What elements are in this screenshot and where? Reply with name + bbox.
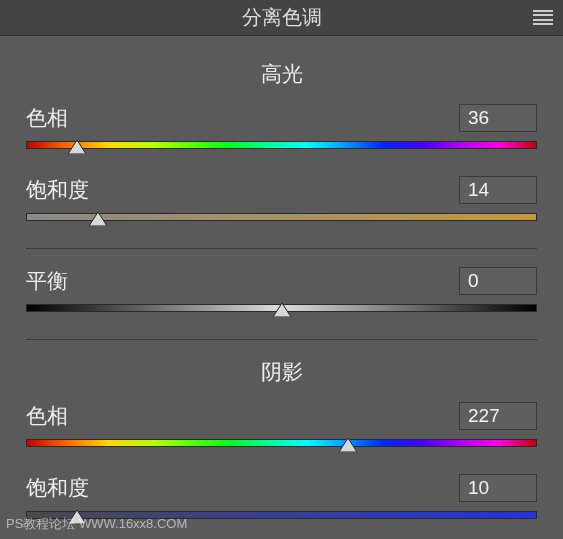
- hamburger-menu-icon[interactable]: [533, 10, 553, 26]
- panel-title: 分离色调: [242, 4, 322, 31]
- hue-highlights-row: 色相 36: [26, 104, 537, 132]
- watermark: PS教程论坛 WWW.16xx8.COM: [6, 515, 187, 533]
- balance-label: 平衡: [26, 267, 68, 295]
- slider-thumb-icon[interactable]: [68, 140, 86, 154]
- svg-marker-2: [273, 303, 291, 317]
- hue-highlights-slider[interactable]: [26, 138, 537, 152]
- section-title-highlights: 高光: [26, 60, 537, 88]
- saturation-highlights-value[interactable]: 14: [459, 176, 537, 204]
- balance-row: 平衡 0: [26, 267, 537, 295]
- svg-marker-1: [89, 212, 107, 226]
- slider-thumb-icon[interactable]: [339, 438, 357, 452]
- saturation-shadows-value[interactable]: 10: [459, 474, 537, 502]
- hue-label: 色相: [26, 402, 68, 430]
- hue-label: 色相: [26, 104, 68, 132]
- saturation-shadows-row: 饱和度 10: [26, 474, 537, 502]
- svg-marker-3: [339, 438, 357, 452]
- saturation-label: 饱和度: [26, 474, 89, 502]
- saturation-highlights-slider[interactable]: [26, 210, 537, 224]
- slider-thumb-icon[interactable]: [89, 212, 107, 226]
- svg-marker-0: [68, 140, 86, 154]
- divider: [26, 248, 537, 249]
- hue-highlights-value[interactable]: 36: [459, 104, 537, 132]
- balance-slider[interactable]: [26, 301, 537, 315]
- saturation-label: 饱和度: [26, 176, 89, 204]
- saturation-highlights-row: 饱和度 14: [26, 176, 537, 204]
- section-title-shadows: 阴影: [26, 358, 537, 386]
- hue-shadows-slider[interactable]: [26, 436, 537, 450]
- balance-value[interactable]: 0: [459, 267, 537, 295]
- panel-header: 分离色调: [0, 0, 563, 36]
- hue-shadows-row: 色相 227: [26, 402, 537, 430]
- hue-shadows-value[interactable]: 227: [459, 402, 537, 430]
- divider: [26, 339, 537, 340]
- slider-thumb-icon[interactable]: [273, 303, 291, 317]
- panel-body: 高光 色相 36 饱和度 14 平衡 0 阴影 色相 227 饱和度 10: [0, 36, 563, 522]
